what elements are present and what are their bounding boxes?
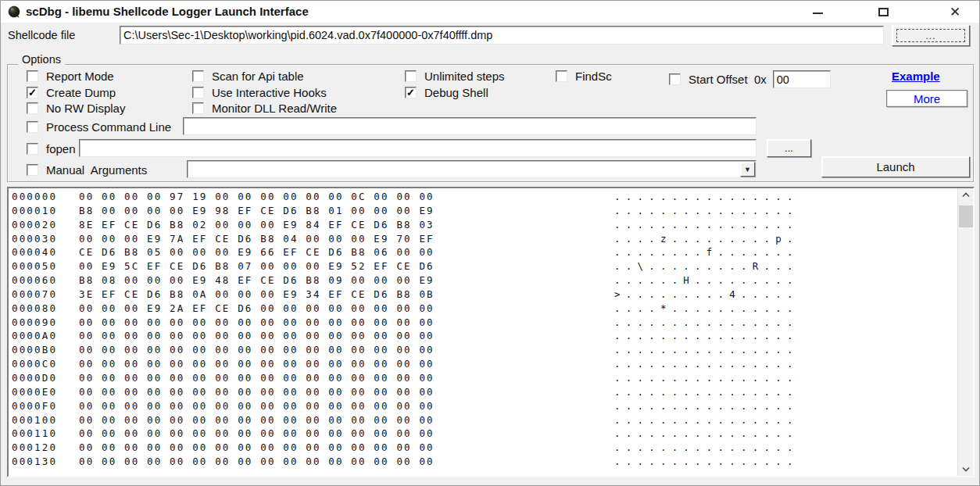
hex-row: 0000703E EF CE D6 B8 0A 00 00 00 E9 34 E… xyxy=(9,288,956,302)
checkbox-row: ✓Debug Shell xyxy=(405,87,505,98)
fopen-browse-button[interactable]: ... xyxy=(767,139,811,157)
hex-bytes: 00 00 00 E9 2A EF CE D6 00 00 00 00 00 0… xyxy=(79,302,435,314)
checkbox[interactable]: ✓ xyxy=(27,87,38,98)
hex-row: 0000E000 00 00 00 00 00 00 00 00 00 00 0… xyxy=(9,386,956,400)
maximize-icon xyxy=(878,8,889,16)
checkbox[interactable]: ✓ xyxy=(405,87,417,98)
shellcode-file-label: Shellcode file xyxy=(8,29,75,41)
hex-ascii: ................ xyxy=(614,191,799,202)
hex-row: 0000A000 00 00 00 00 00 00 00 00 00 00 0… xyxy=(9,330,956,344)
example-link[interactable]: Example xyxy=(892,70,940,83)
hex-offset: 0000C0 xyxy=(12,358,57,370)
hex-bytes: 8E EF CE D6 B8 02 00 00 00 E9 84 EF CE D… xyxy=(79,219,435,230)
checkbox[interactable] xyxy=(27,102,38,114)
titlebar: scDbg - libemu Shellcode Logger Launch I… xyxy=(1,1,979,23)
hex-ascii: ........f....... xyxy=(614,246,799,258)
checkbox-row: Report Mode xyxy=(27,70,125,82)
start-offset-row: Start Offset 0x xyxy=(669,70,831,88)
hex-ascii: ................ xyxy=(614,456,799,467)
checkbox-label: Create Dump xyxy=(46,86,116,99)
process-command-line-row: Process Command Line xyxy=(27,120,171,134)
hex-bytes: 00 E9 5C EF CE D6 B8 07 00 00 00 E9 52 E… xyxy=(79,260,435,272)
options-column-4: FindSc xyxy=(556,70,612,87)
vertical-scrollbar[interactable] xyxy=(957,188,973,476)
hex-bytes: 00 00 00 00 00 00 00 00 00 00 00 00 00 0… xyxy=(79,386,435,398)
fopen-input[interactable] xyxy=(79,139,756,157)
hex-bytes: 00 00 00 00 00 00 00 00 00 00 00 00 00 0… xyxy=(79,316,435,328)
hex-ascii: ................ xyxy=(614,344,799,356)
app-icon xyxy=(8,5,20,18)
hex-row: 0000D000 00 00 00 00 00 00 00 00 00 00 0… xyxy=(9,372,956,386)
hex-bytes: 00 00 00 E9 7A EF CE D6 B8 04 00 00 00 E… xyxy=(79,233,435,245)
manual-arguments-label: Manual Arguments xyxy=(46,163,147,177)
hex-row: 00008000 00 00 E9 2A EF CE D6 00 00 00 0… xyxy=(9,302,956,316)
hex-bytes: B8 00 00 00 00 E9 98 EF CE D6 B8 01 00 0… xyxy=(79,205,435,216)
hex-ascii: ................ xyxy=(614,400,799,412)
checkbox[interactable] xyxy=(192,102,204,114)
fopen-row: fopen xyxy=(27,142,76,155)
checkbox-row: Use Interactive Hooks xyxy=(192,87,337,98)
hex-offset: 000020 xyxy=(12,219,57,230)
hex-offset: 0000E0 xyxy=(12,386,57,398)
hex-row: 00013000 00 00 00 00 00 00 00 00 00 00 0… xyxy=(9,456,956,470)
hex-ascii: ....z.........p. xyxy=(614,233,799,245)
hex-ascii: >.........4..... xyxy=(614,288,799,300)
process-command-line-input[interactable] xyxy=(183,117,756,135)
hex-bytes: 00 00 00 00 00 00 00 00 00 00 00 00 00 0… xyxy=(79,456,435,467)
maximize-button[interactable] xyxy=(865,1,901,23)
start-offset-label: Start Offset 0x xyxy=(689,73,767,86)
hex-ascii: ................ xyxy=(614,358,799,370)
hexdump-view[interactable]: 00000000 00 00 00 97 19 00 00 00 00 00 0… xyxy=(7,187,975,477)
scrollbar-thumb[interactable] xyxy=(959,205,973,227)
hex-bytes: 00 00 00 00 00 00 00 00 00 00 00 00 00 0… xyxy=(79,400,435,412)
options-column-1: Report Mode✓Create DumpNo RW Display xyxy=(27,70,125,119)
scroll-up-icon[interactable] xyxy=(958,188,973,202)
hex-row: 0000208E EF CE D6 B8 02 00 00 00 E9 84 E… xyxy=(9,219,956,233)
hex-row: 00009000 00 00 00 00 00 00 00 00 00 00 0… xyxy=(9,316,956,331)
hex-offset: 000040 xyxy=(12,246,57,258)
start-offset-checkbox[interactable] xyxy=(669,73,681,85)
close-icon: ✕ xyxy=(950,5,960,19)
fopen-checkbox[interactable] xyxy=(27,143,38,155)
manual-arguments-combobox-field[interactable] xyxy=(187,160,756,178)
hex-offset: 000050 xyxy=(12,260,57,272)
options-legend: Options xyxy=(18,53,65,66)
close-button[interactable]: ✕ xyxy=(937,1,973,23)
options-column-3: Unlimited steps✓Debug Shell xyxy=(405,70,505,102)
shellcode-file-input[interactable] xyxy=(120,26,884,45)
checkbox[interactable] xyxy=(27,70,38,82)
minimize-button[interactable] xyxy=(799,1,835,23)
hex-bytes: 00 00 00 00 00 00 00 00 00 00 00 00 00 0… xyxy=(79,330,435,341)
checkbox-label: Unlimited steps xyxy=(424,70,505,83)
hex-offset: 0000F0 xyxy=(12,400,57,412)
scroll-down-icon[interactable] xyxy=(958,463,973,476)
checkbox[interactable] xyxy=(556,70,567,82)
browse-file-button[interactable]: ... xyxy=(892,25,970,46)
checkbox[interactable] xyxy=(405,70,417,82)
hex-offset: 000090 xyxy=(12,316,57,328)
checkbox-row: No RW Display xyxy=(27,102,125,114)
launch-button[interactable]: Launch xyxy=(821,156,970,177)
checkbox[interactable] xyxy=(192,87,204,98)
checkbox[interactable] xyxy=(192,70,204,82)
manual-arguments-checkbox[interactable] xyxy=(27,164,38,176)
hex-ascii: ................ xyxy=(614,205,799,216)
hex-ascii: ................ xyxy=(614,330,799,341)
manual-arguments-combobox[interactable]: ▼ xyxy=(187,160,756,178)
process-command-line-checkbox[interactable] xyxy=(27,121,38,133)
more-button[interactable]: More xyxy=(886,90,967,107)
hex-offset: 000010 xyxy=(12,205,57,216)
hex-bytes: 00 00 00 00 00 00 00 00 00 00 00 00 00 0… xyxy=(79,358,435,370)
hex-row: 000010B8 00 00 00 00 E9 98 EF CE D6 B8 0… xyxy=(9,205,956,219)
hex-row: 00003000 00 00 E9 7A EF CE D6 B8 04 00 0… xyxy=(9,233,956,247)
hex-bytes: 3E EF CE D6 B8 0A 00 00 00 E9 34 EF CE D… xyxy=(79,288,435,300)
hex-offset: 000100 xyxy=(12,414,57,426)
checkbox-label: Monitor DLL Read/Write xyxy=(212,102,337,115)
hex-offset: 000120 xyxy=(12,441,57,453)
start-offset-input[interactable] xyxy=(773,70,831,88)
chevron-down-icon[interactable]: ▼ xyxy=(740,162,755,177)
hex-ascii: ................ xyxy=(614,219,799,230)
checkbox-label: FindSc xyxy=(575,70,612,83)
fopen-label: fopen xyxy=(46,142,76,155)
checkbox-label: No RW Display xyxy=(46,102,125,115)
